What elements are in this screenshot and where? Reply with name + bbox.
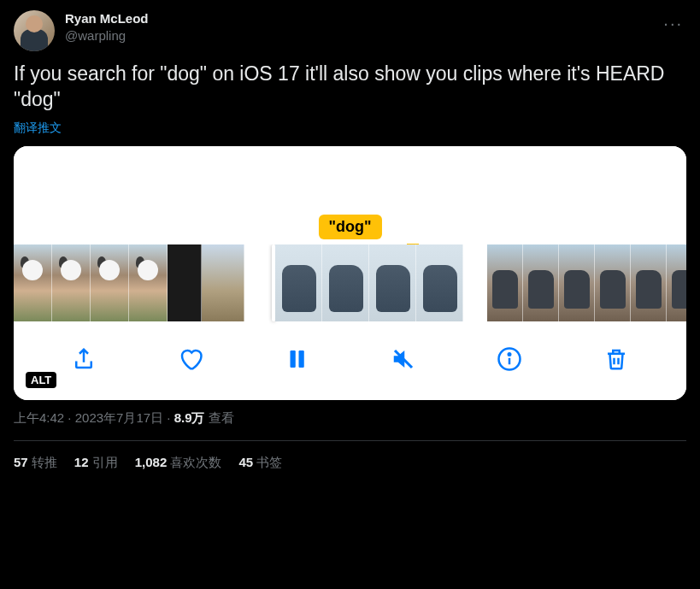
- media-toolbar: [14, 321, 686, 400]
- svg-rect-0: [291, 350, 296, 368]
- tweet-date: 2023年7月17日: [75, 410, 163, 425]
- display-name: Ryan McLeod: [65, 10, 650, 27]
- clip-group-2[interactable]: [268, 244, 463, 321]
- video-frame: [523, 244, 559, 321]
- tweet-container: Ryan McLeod @warpling ··· If you search …: [0, 0, 700, 481]
- video-frame: [631, 244, 667, 321]
- pause-button[interactable]: [279, 342, 314, 376]
- video-filmstrip[interactable]: [14, 244, 686, 321]
- speaker-muted-icon: [391, 346, 416, 372]
- media-top-area: "dog": [14, 146, 686, 244]
- translate-tweet-link[interactable]: 翻译推文: [14, 121, 62, 136]
- bookmarks-stat[interactable]: 45 书签: [238, 455, 282, 471]
- video-frame: [275, 244, 322, 321]
- more-options-button[interactable]: ···: [660, 10, 686, 37]
- like-button[interactable]: [174, 342, 208, 376]
- tweet-text: If you search for "dog" on iOS 17 it'll …: [14, 62, 686, 113]
- video-frame: [168, 244, 202, 321]
- share-icon: [71, 346, 97, 372]
- delete-button[interactable]: [599, 342, 633, 376]
- heart-icon: [178, 346, 203, 372]
- video-frame: [416, 244, 463, 321]
- user-info[interactable]: Ryan McLeod @warpling: [65, 10, 650, 44]
- quotes-stat[interactable]: 12 引用: [74, 455, 118, 471]
- clip-group-3[interactable]: [487, 244, 686, 321]
- views-count: 8.9万: [174, 410, 205, 425]
- info-icon: [497, 346, 522, 372]
- pause-icon: [284, 346, 309, 372]
- trash-icon: [603, 346, 629, 372]
- mute-button[interactable]: [386, 342, 421, 376]
- alt-text-badge[interactable]: ALT: [26, 372, 56, 388]
- video-frame: [487, 244, 523, 321]
- share-button[interactable]: [67, 342, 101, 376]
- video-frame: [91, 244, 129, 321]
- svg-point-5: [509, 353, 511, 356]
- video-frame: [667, 244, 686, 321]
- video-frame: [52, 244, 91, 321]
- clip-group-1[interactable]: [14, 244, 244, 321]
- video-frame: [202, 244, 244, 321]
- video-frame: [322, 244, 369, 321]
- tweet-stats: 57 转推 12 引用 1,082 喜欢次数 45 书签: [14, 441, 686, 471]
- video-frame: [369, 244, 416, 321]
- info-button[interactable]: [492, 342, 526, 376]
- video-frame: [129, 244, 168, 321]
- avatar[interactable]: [14, 10, 55, 51]
- tweet-header: Ryan McLeod @warpling ···: [14, 10, 686, 51]
- retweets-stat[interactable]: 57 转推: [14, 455, 57, 471]
- svg-rect-1: [299, 350, 304, 368]
- video-frame: [14, 244, 52, 321]
- video-frame: [559, 244, 595, 321]
- likes-stat[interactable]: 1,082 喜欢次数: [135, 455, 222, 471]
- search-term-badge: "dog": [318, 215, 381, 239]
- video-frame: [595, 244, 631, 321]
- views-label: 查看: [205, 410, 234, 425]
- tweet-time: 上午4:42: [14, 410, 64, 425]
- media-attachment[interactable]: "dog": [14, 146, 686, 400]
- tweet-meta[interactable]: 上午4:42 · 2023年7月17日 · 8.9万 查看: [14, 410, 686, 441]
- user-handle: @warpling: [65, 27, 650, 44]
